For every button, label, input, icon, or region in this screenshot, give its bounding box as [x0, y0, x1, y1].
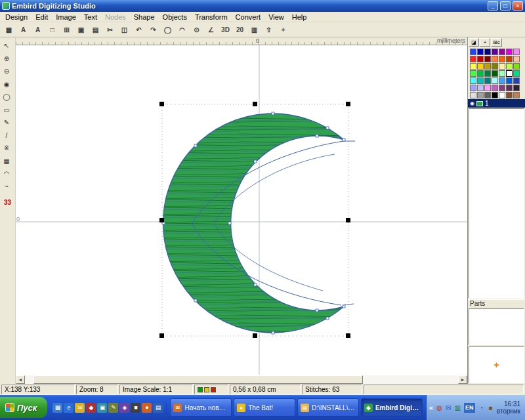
color-swatch[interactable] — [477, 56, 484, 62]
parts-list[interactable] — [469, 308, 524, 345]
close-button[interactable]: × — [513, 1, 523, 10]
language-indicator[interactable]: EN — [464, 403, 475, 413]
copy-icon[interactable]: ◫ — [117, 24, 131, 36]
print-icon[interactable]: ▤ — [89, 24, 102, 36]
color-swatch[interactable] — [484, 85, 491, 91]
color-swatch[interactable] — [470, 85, 476, 91]
open-design-icon[interactable]: ⊞ — [60, 24, 74, 36]
scroll-left-button[interactable]: ◄ — [16, 375, 25, 384]
object-list-item[interactable]: ◉ 1 — [468, 99, 525, 108]
color-swatch[interactable] — [513, 63, 520, 70]
color-swatch[interactable] — [477, 85, 484, 91]
arc-tool[interactable]: ◠ — [0, 168, 13, 180]
save-design-icon[interactable]: ▣ — [74, 24, 88, 36]
horizontal-scrollbar[interactable]: ◄ ► — [16, 375, 467, 384]
selection-handle[interactable] — [253, 333, 257, 338]
color-swatch[interactable] — [499, 63, 505, 70]
palette-add-button[interactable]: + — [480, 38, 490, 47]
color-swatch[interactable] — [492, 49, 498, 55]
color-swatch[interactable] — [470, 63, 476, 70]
spray-tool[interactable]: ※ — [0, 142, 13, 154]
minimize-button[interactable]: _ — [488, 1, 498, 10]
color-swatch[interactable] — [477, 77, 484, 84]
color-swatch[interactable] — [477, 92, 484, 98]
visibility-eye-icon[interactable]: ◉ — [470, 100, 474, 106]
menu-item[interactable]: View — [264, 12, 288, 22]
arc-shape-icon[interactable]: ◠ — [175, 24, 189, 36]
tray-icon[interactable]: ▥ — [453, 404, 462, 411]
menu-item[interactable]: Image — [52, 12, 80, 22]
scrollbar-thumb[interactable] — [33, 375, 363, 384]
menu-item[interactable]: Shape — [130, 12, 159, 22]
color-swatch[interactable] — [492, 85, 498, 91]
tray-icon[interactable]: ■ — [486, 404, 495, 411]
new-design-icon[interactable]: □ — [45, 24, 59, 36]
menu-item[interactable]: Convert — [232, 12, 265, 22]
task-button[interactable]: ● The Bat! — [234, 398, 295, 417]
color-swatch[interactable] — [499, 70, 505, 77]
color-swatch[interactable] — [506, 56, 513, 62]
tray-icon[interactable]: ◔ — [477, 404, 486, 411]
quick-launch-icon[interactable]: e — [64, 403, 74, 413]
color-swatch[interactable] — [477, 70, 484, 77]
selection-handle[interactable] — [346, 102, 350, 106]
scroll-right-button[interactable]: ► — [458, 375, 467, 384]
task-button[interactable]: ✉ Начать новую тему :: В... — [170, 398, 232, 417]
center-point-icon[interactable]: ⊙ — [190, 24, 203, 36]
ellipse-shape-icon[interactable]: ◯ — [161, 24, 175, 36]
color-swatch[interactable] — [513, 56, 520, 62]
zoom-in-tool[interactable]: ⊕ — [0, 52, 13, 64]
maximize-button[interactable]: □ — [500, 1, 511, 10]
color-swatch[interactable] — [484, 70, 491, 77]
menu-item[interactable]: Nodes — [101, 12, 130, 22]
color-swatch[interactable] — [470, 92, 476, 98]
angle-icon[interactable]: ∠ — [204, 24, 218, 36]
color-swatch[interactable] — [513, 70, 520, 77]
rectangle-tool[interactable]: ▭ — [0, 104, 13, 116]
task-button[interactable]: ▤ D:\INSTALL\Разное\Embird — [297, 398, 359, 417]
ellipse-tool[interactable]: ◯ — [0, 91, 13, 103]
zoom-out-tool[interactable]: ⊖ — [0, 66, 13, 77]
quick-launch-icon[interactable]: ● — [142, 403, 152, 413]
quick-launch-icon[interactable]: ✉ — [75, 403, 85, 413]
object-list[interactable] — [469, 108, 524, 299]
selection-handle[interactable] — [159, 333, 164, 338]
selection-handle[interactable] — [159, 102, 164, 106]
arrow-up-icon[interactable]: ⇧ — [262, 24, 276, 36]
selection-handle[interactable] — [346, 218, 350, 222]
color-swatch[interactable] — [470, 77, 476, 84]
text-tool-icon[interactable]: A — [16, 24, 30, 36]
color-swatch[interactable] — [470, 49, 476, 55]
color-swatch[interactable] — [477, 63, 484, 70]
knife-tool[interactable]: / — [0, 129, 13, 141]
undo-icon[interactable]: ↶ — [132, 24, 146, 36]
palette-catalog-button[interactable]: ⊞c — [491, 38, 502, 47]
color-swatch[interactable] — [470, 70, 476, 77]
color-swatch[interactable] — [484, 77, 491, 84]
color-swatch[interactable] — [506, 92, 513, 98]
color-swatch[interactable] — [513, 77, 520, 84]
tray-collapse-button[interactable]: « — [429, 404, 433, 411]
tray-icon[interactable]: ◍ — [435, 404, 444, 411]
color-swatch[interactable] — [484, 63, 491, 70]
quick-launch-icon[interactable]: ▤ — [153, 403, 163, 413]
stitches-mode-icon[interactable]: ▦ — [2, 24, 16, 36]
color-swatch[interactable] — [499, 92, 505, 98]
quick-launch-icon[interactable]: ■ — [131, 403, 140, 413]
color-swatch[interactable] — [470, 56, 476, 62]
design-canvas[interactable]: 0 — [16, 45, 467, 375]
menu-item[interactable]: Help — [288, 12, 311, 22]
redo-icon[interactable]: ↷ — [146, 24, 160, 36]
color-swatch[interactable] — [499, 56, 505, 62]
menu-item[interactable]: Transform — [191, 12, 232, 22]
color-swatch[interactable] — [506, 70, 513, 77]
color-swatch[interactable] — [513, 85, 520, 91]
color-swatch[interactable] — [492, 77, 498, 84]
mesh-fill-tool[interactable]: ▦ — [0, 155, 13, 167]
start-button[interactable]: Пуск — [0, 397, 47, 418]
color-swatch[interactable] — [506, 77, 513, 84]
grid-toggle-icon[interactable]: ▥ — [247, 24, 261, 36]
color-swatch[interactable] — [513, 49, 520, 55]
quick-launch-icon[interactable]: ▩ — [52, 403, 62, 413]
pointer-tool[interactable]: ↖ — [0, 40, 13, 52]
